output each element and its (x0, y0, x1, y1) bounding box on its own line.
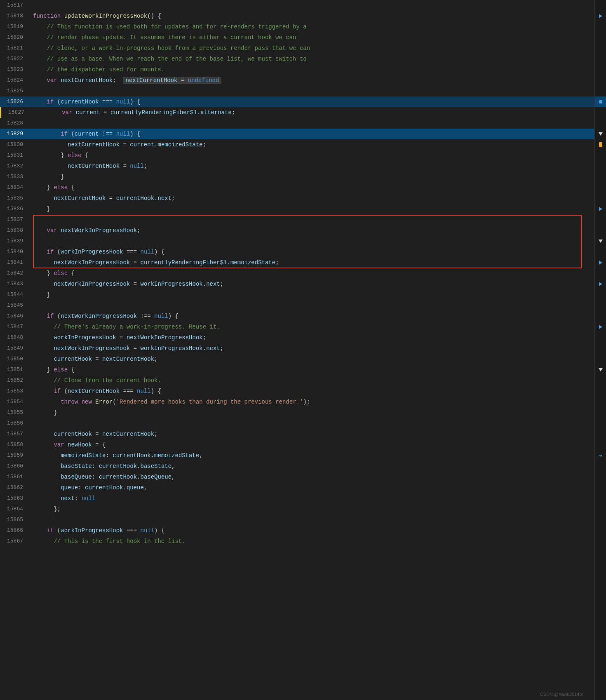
ri-15838 (595, 236, 606, 247)
line-content-15836: } (30, 204, 594, 214)
line-content-15856 (30, 418, 594, 429)
line-num-15825: 15825 (0, 86, 30, 96)
code-line-15817: 15817 (0, 0, 594, 11)
line-content-15837 (30, 214, 594, 225)
line-num-15829: 15829 (0, 129, 30, 139)
code-line-15856: 15856 (0, 418, 594, 429)
line-content-15835: nextCurrentHook = currentHook.next; (30, 193, 594, 204)
line-num-15824: 15824 (0, 75, 30, 86)
ri-empty-54 (595, 568, 606, 579)
ri-empty-21 (595, 214, 606, 225)
down-arrow-icon-15838 (599, 240, 603, 243)
line-content-15825 (30, 86, 594, 96)
line-content-15842: } else { (30, 268, 594, 279)
line-content-15845 (30, 300, 594, 311)
ri-15842 (595, 279, 606, 289)
line-content-15861: baseQueue: currentHook.baseQueue, (30, 472, 594, 482)
line-num-15857: 15857 (0, 429, 30, 439)
code-line-15849: 15849 nextWorkInProgressHook = workInPro… (0, 343, 594, 354)
editor-container: 15817 15818 function updateWorkInProgres… (0, 0, 606, 700)
line-num-15859: 15859 (0, 450, 30, 461)
line-num-15847: 15847 (0, 322, 30, 332)
line-num-15820: 15820 (0, 32, 30, 43)
ri-empty-16 (595, 161, 606, 171)
line-num-15836: 15836 (0, 204, 30, 214)
code-line-15829: 15829 if (current !== null) { (0, 129, 594, 139)
line-content-15850: currentHook = nextCurrentHook; (30, 354, 594, 364)
ri-empty-22 (595, 225, 606, 236)
ri-empty-55 (595, 579, 606, 590)
line-content-15817 (30, 0, 594, 11)
line-content-15839 (30, 236, 594, 247)
orange-marker-icon (599, 142, 602, 147)
line-num-15838: 15838 (0, 225, 30, 236)
code-line-15867: 15867 // This is the first hook in the l… (0, 536, 594, 547)
ri-empty-4 (595, 32, 606, 43)
ri-empty-45 (595, 472, 606, 482)
code-line-15827: 15827 var current = currentlyRenderingFi… (0, 107, 594, 118)
line-num-15826: 15826 (0, 96, 30, 107)
code-line-15846: 15846 if (nextWorkInProgressHook !== nul… (0, 311, 594, 322)
ri-empty-39 (595, 407, 606, 418)
line-content-15858: var newHook = { (30, 439, 594, 450)
line-num-15845: 15845 (0, 300, 30, 311)
line-content-15865 (30, 514, 594, 525)
ri-15829 (595, 129, 606, 139)
ri-15849 (595, 364, 606, 375)
code-line-15842: 15842 } else { (0, 268, 594, 279)
code-line-15860: 15860 baseState: currentHook.baseState, (0, 461, 594, 472)
line-content-15824: var nextCurrentHook; nextCurrentHook = u… (30, 75, 594, 86)
code-line-15859: 15859 memoizedState: currentHook.memoize… (0, 450, 594, 461)
line-num-15854: 15854 (0, 397, 30, 407)
line-num-15830: 15830 (0, 139, 30, 150)
ri-empty-19 (595, 193, 606, 204)
line-content-15823: // the dispatcher used for mounts. (30, 64, 594, 75)
line-num-15823: 15823 (0, 64, 30, 75)
line-num-15822: 15822 (0, 54, 30, 64)
ri-empty-12 (595, 118, 606, 129)
line-content-15862: queue: currentHook.queue, (30, 482, 594, 493)
code-line-15863: 15863 next: null (0, 493, 594, 504)
ri-15854: ➜ (595, 450, 606, 461)
right-arrow-icon-15834 (599, 207, 602, 211)
line-num-15842: 15842 (0, 268, 30, 279)
line-num-15843: 15843 (0, 279, 30, 289)
code-line-15835: 15835 nextCurrentHook = currentHook.next… (0, 193, 594, 204)
line-num-15849: 15849 (0, 343, 30, 354)
code-line-15865: 15865 (0, 514, 594, 525)
line-num-15831: 15831 (0, 150, 30, 161)
down-arrow-icon-15849 (599, 368, 603, 371)
line-content-15864: }; (30, 504, 594, 514)
line-content-15827: var current = currentlyRenderingFiber$1.… (31, 107, 594, 118)
ri-15830 (595, 139, 606, 150)
right-indicators: ➜ (594, 0, 606, 700)
line-num-15856: 15856 (0, 418, 30, 429)
line-content-15854: throw new Error('Rendered more hooks tha… (30, 397, 594, 407)
code-line-15855: 15855 } (0, 407, 594, 418)
ri-empty-44 (595, 461, 606, 472)
down-arrow-icon-15829 (599, 132, 603, 136)
code-line-15821: 15821 // clone, or a work-in-progress ho… (0, 43, 594, 54)
code-line-15830: 15830 nextCurrentHook = current.memoized… (0, 139, 594, 150)
line-num-15848: 15848 (0, 332, 30, 343)
ri-empty-11 (595, 107, 606, 118)
line-num-15865: 15865 (0, 514, 30, 525)
code-line-15841: 15841 nextWorkInProgressHook = currently… (0, 257, 594, 268)
code-line-15850: 15850 currentHook = nextCurrentHook; (0, 354, 594, 364)
ri-empty-5 (595, 43, 606, 54)
line-content-15828 (30, 118, 594, 129)
ri-15840 (595, 257, 606, 268)
code-line-15826: 15826 if (currentHook === null) { (0, 96, 594, 107)
line-content-15826: if (currentHook === null) { (30, 96, 594, 107)
ri-empty-48 (595, 504, 606, 514)
ri-empty-51 (595, 536, 606, 547)
line-content-15844: } (30, 289, 594, 300)
line-content-15857: currentHook = nextCurrentHook; (30, 429, 594, 439)
code-line-15862: 15862 queue: currentHook.queue, (0, 482, 594, 493)
code-area: 15817 15818 function updateWorkInProgres… (0, 0, 594, 700)
ri-empty-32 (595, 332, 606, 343)
ri-empty-1 (595, 0, 606, 11)
code-line-15837: 15837 (0, 214, 594, 225)
ri-empty-42 (595, 439, 606, 450)
ri-empty-8 (595, 75, 606, 86)
